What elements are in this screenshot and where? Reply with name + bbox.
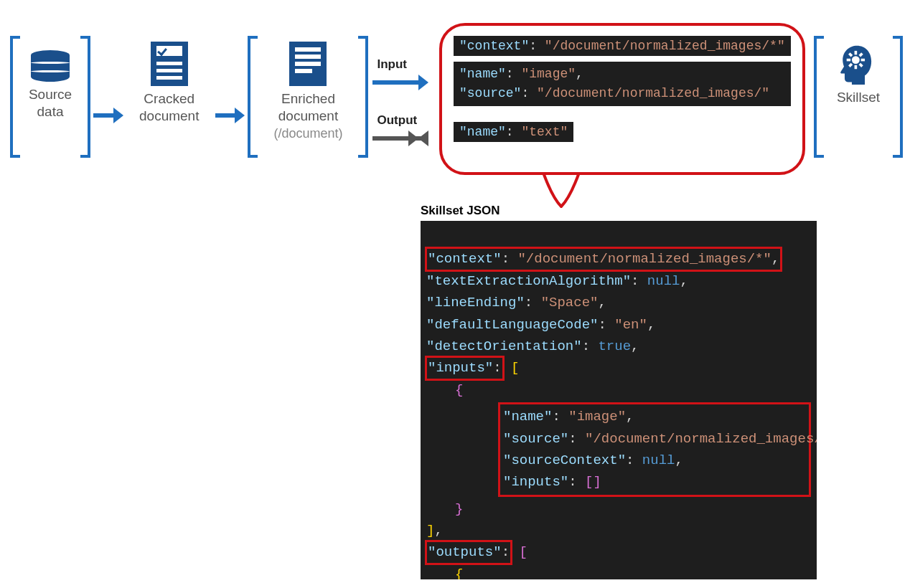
json-inputs-body-highlight: "name": "image", "source": "/document/no… [498,402,811,497]
io-column: Input Output [372,57,437,146]
callout-context-line: "context": "/document/normalized_images/… [454,36,791,56]
source-data-label: Source data [20,86,80,120]
skillset-stage: Skillset [814,36,903,158]
json-inputs-key-highlight: "inputs": [426,357,503,379]
document-check-icon [151,42,188,86]
enriched-document-stage: Enriched document (/document) [248,36,368,158]
bracket-left-icon [10,36,20,158]
database-icon [31,50,70,82]
bracket-left-icon [248,36,258,158]
json-outputs-key-highlight: "outputs": [426,541,511,563]
json-context-highlight: "context": "/document/normalized_images/… [426,248,781,270]
svg-line-5 [849,54,852,57]
bracket-left-icon [814,36,824,158]
svg-line-6 [860,64,863,67]
bracket-right-icon [893,36,903,158]
cracked-document-stage: Cracked document [126,36,212,125]
source-data-stage: Source data [10,36,90,158]
enriched-document-sub: (/document) [273,126,342,141]
callout-bubble: "context": "/document/normalized_images/… [439,23,805,175]
svg-point-0 [852,56,860,64]
arrow-icon [93,108,123,123]
bracket-right-icon [358,36,368,158]
skillset-json-title: Skillset JSON [421,204,500,218]
skillset-json-code: "context": "/document/normalized_images/… [421,221,817,579]
arrow-right-icon [372,75,428,90]
document-lines-icon [289,42,327,86]
output-label: Output [377,113,417,128]
cognitive-head-gear-icon [838,43,879,85]
arrow-icon [215,108,245,123]
svg-line-8 [860,54,863,57]
callout-output-line: "name": "text" [454,122,573,142]
svg-line-7 [849,64,852,67]
skillset-label: Skillset [837,89,880,106]
callout-tail-icon [535,169,586,208]
input-label: Input [377,57,407,72]
bracket-right-icon [80,36,90,158]
callout-input-lines: "name": "image", "source": "/document/no… [454,62,791,106]
arrow-left-icon [372,131,428,146]
enriched-document-label: Enriched document (/document) [258,90,358,141]
enriched-document-title: Enriched document [278,91,338,123]
cracked-document-label: Cracked document [126,90,212,125]
